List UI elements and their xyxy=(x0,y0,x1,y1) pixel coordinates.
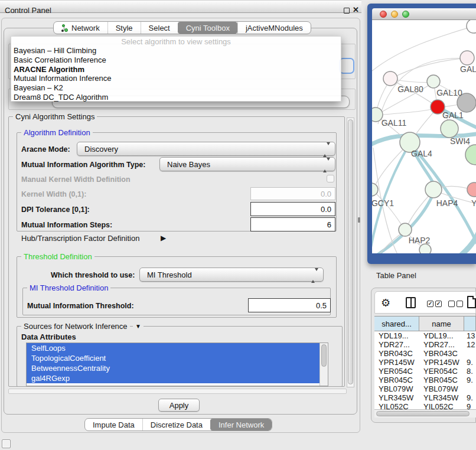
network-window-titlebar[interactable] xyxy=(372,8,476,20)
cell: YBR045C xyxy=(374,376,419,384)
cell: YBR043C xyxy=(374,349,419,358)
scrollbar-thumb[interactable] xyxy=(376,411,470,416)
tab-select[interactable]: Select xyxy=(141,22,178,34)
cell: YDR27... xyxy=(374,340,419,349)
node-partial-top[interactable] xyxy=(467,20,476,33)
table-row[interactable]: YER054CYER054C8. xyxy=(374,367,476,376)
hub-definition-expander-label[interactable]: Hub/Transcription Factor Definition xyxy=(21,234,139,243)
node-green-right[interactable] xyxy=(465,145,476,165)
which-threshold-combo[interactable]: MI Threshold xyxy=(139,268,324,282)
network-graph: GAL GAL80 GAL10 GAL1 GAL11 SWI4 GAL4 GCY… xyxy=(372,20,476,253)
control-panel-titlebar[interactable]: Control Panel ✕ xyxy=(0,0,361,13)
node-hap2[interactable] xyxy=(399,223,412,236)
node-label: HAP4 xyxy=(436,198,458,208)
cell: YDR27... xyxy=(419,340,464,349)
node-hap4[interactable] xyxy=(425,181,442,198)
dropdown-item[interactable]: Mutual Information Inference xyxy=(11,74,341,83)
settings-vertical-scrollbar[interactable] xyxy=(347,118,354,387)
collapse-down-icon[interactable]: ▼ xyxy=(133,323,144,330)
cell: 13 xyxy=(464,331,476,340)
attribute-item[interactable]: BetweennessCentrality xyxy=(27,363,328,373)
aracne-mode-label: Aracne Mode: xyxy=(21,145,70,154)
dpi-tolerance-field[interactable]: 0.0 xyxy=(250,202,335,216)
list-scrollbar[interactable] xyxy=(319,343,328,386)
table-row[interactable]: YDR27...YDR27...12 xyxy=(374,340,476,349)
columns-icon[interactable] xyxy=(406,297,416,308)
tab-style[interactable]: Style xyxy=(107,22,141,34)
node-label: GAL10 xyxy=(436,88,462,97)
node-gal80[interactable] xyxy=(383,71,397,86)
dropdown-item[interactable]: Bayesian – Hill Climbing xyxy=(11,46,341,56)
data-attributes-list[interactable]: SelfLoops TopologicalCoefficient Between… xyxy=(26,343,328,386)
column-header-shared-name[interactable]: shared... xyxy=(374,317,419,331)
tab-impute-data[interactable]: Impute Data xyxy=(85,419,142,431)
attribute-item[interactable]: SelfLoops xyxy=(27,343,328,353)
mi-threshold-label: Mutual Information Threshold: xyxy=(27,302,134,310)
cell: YLR345W xyxy=(419,393,464,402)
cell xyxy=(464,349,476,358)
column-header-partial[interactable] xyxy=(464,317,476,331)
select-all-icon[interactable]: ✓ ✓ xyxy=(427,301,442,307)
dropdown-item[interactable]: Basic Correlation Inference xyxy=(11,56,341,65)
node-gal-top[interactable] xyxy=(460,51,474,65)
scrollbar-thumb[interactable] xyxy=(348,119,353,384)
node-swi4[interactable] xyxy=(441,120,458,138)
node-partial-bottom[interactable] xyxy=(419,244,431,253)
table-body[interactable]: YDL19...YDL19...13 YDR27...YDR27...12 YB… xyxy=(374,331,476,412)
expand-right-icon[interactable]: ▶ xyxy=(161,234,166,242)
node-label: GAL11 xyxy=(382,118,407,128)
scrollbar-thumb[interactable] xyxy=(321,344,327,367)
tab-infer-network[interactable]: Infer Network xyxy=(210,419,272,431)
manual-kernel-width-checkbox[interactable] xyxy=(327,175,334,182)
mi-steps-field[interactable]: 6 xyxy=(250,217,335,231)
deselect-all-icon[interactable] xyxy=(448,301,463,307)
close-icon[interactable]: ✕ xyxy=(353,5,359,14)
minimize-traffic-light[interactable] xyxy=(391,11,398,18)
attribute-item[interactable]: TopologicalCoefficient xyxy=(27,353,328,363)
table-row[interactable]: YLR345WYLR345W9. xyxy=(374,393,476,402)
network-canvas[interactable]: GAL GAL80 GAL10 GAL1 GAL11 SWI4 GAL4 GCY… xyxy=(372,20,476,253)
which-threshold-label: Which threshold to use: xyxy=(51,271,135,279)
aracne-mode-combo[interactable]: Discovery xyxy=(77,142,335,156)
manual-kernel-width-label: Manual Kernel Width Definition xyxy=(21,175,131,184)
kernel-width-value: 0.0 xyxy=(321,190,331,198)
table-row[interactable]: YPR145WYPR145W9. xyxy=(374,358,476,367)
node-label: GAL4 xyxy=(411,149,432,158)
file-icon[interactable] xyxy=(467,296,476,308)
tab-cyni-toolbox[interactable]: Cyni Toolbox xyxy=(178,22,237,34)
table-row[interactable]: YBR043CYBR043C xyxy=(374,349,476,358)
kernel-width-field[interactable]: 0.0 xyxy=(250,187,335,200)
table-row[interactable]: YBR045CYBR045C9. xyxy=(374,376,476,384)
attribute-item[interactable]: gal4RGexp xyxy=(27,373,328,383)
table-horizontal-scrollbar[interactable] xyxy=(374,409,476,418)
cell: YBL079W xyxy=(419,384,464,393)
settings-horizontal-scrollbar[interactable] xyxy=(8,389,347,394)
tab-jactivemnodules-label: jActiveMNodules xyxy=(246,24,303,32)
tab-discretize-data[interactable]: Discretize Data xyxy=(142,419,210,431)
float-window-icon[interactable] xyxy=(344,8,350,14)
panel-splitter-handle[interactable] xyxy=(358,217,360,223)
dropdown-item-selected[interactable]: ARACNE Algorithm xyxy=(11,65,341,74)
node-salmon[interactable] xyxy=(467,182,476,197)
mi-threshold-field[interactable]: 0.5 xyxy=(248,298,331,312)
tab-jactivemnodules[interactable]: jActiveMNodules xyxy=(237,22,311,34)
cell: YER054C xyxy=(374,367,419,376)
mi-algorithm-type-combo[interactable]: Naive Bayes xyxy=(159,157,335,171)
mi-steps-label: Mutual Information Steps: xyxy=(21,221,112,229)
zoom-traffic-light[interactable] xyxy=(402,11,409,18)
unchecked-box-icon xyxy=(448,301,455,307)
tab-network[interactable]: Network xyxy=(54,22,107,34)
algorithm-dropdown-popup: Select algorithm to view settings Bayesi… xyxy=(11,36,341,102)
column-header-name[interactable]: name xyxy=(419,317,464,331)
dropdown-item[interactable]: Bayesian – K2 xyxy=(11,83,341,93)
cell: YBL079W xyxy=(374,384,419,393)
node-gal10[interactable] xyxy=(427,75,440,88)
collapsed-panel-icon[interactable] xyxy=(2,439,11,448)
apply-button[interactable]: Apply xyxy=(158,399,200,412)
table-row[interactable]: YBL079WYBL079W xyxy=(374,384,476,393)
dropdown-item[interactable]: Dream8 DC_TDC Algorithm xyxy=(11,93,341,102)
cell: YBR045C xyxy=(419,376,464,384)
close-traffic-light[interactable] xyxy=(380,11,387,18)
table-row[interactable]: YDL19...YDL19...13 xyxy=(374,331,476,340)
gear-icon[interactable]: ⚙ xyxy=(381,296,390,309)
